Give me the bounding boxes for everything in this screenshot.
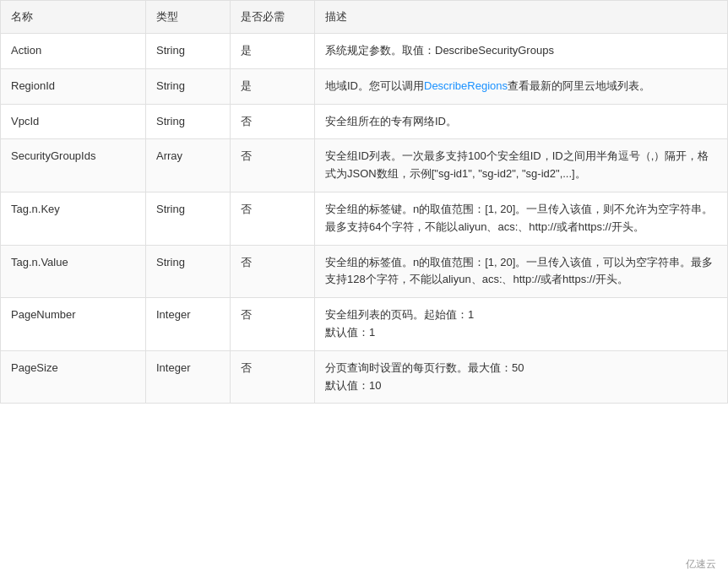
cell-required: 否	[231, 298, 315, 351]
table-row: ActionString是系统规定参数。取值：DescribeSecurityG…	[1, 34, 728, 69]
cell-desc: 分页查询时设置的每页行数。最大值：50默认值：10	[315, 350, 728, 404]
cell-required: 否	[231, 139, 315, 192]
cell-type: String	[146, 68, 231, 104]
cell-type: String	[146, 192, 231, 245]
cell-required: 否	[231, 192, 315, 245]
cell-name: PageNumber	[1, 298, 146, 351]
cell-name: Tag.n.Key	[1, 192, 146, 245]
header-required: 是否必需	[231, 1, 315, 34]
cell-desc: 地域ID。您可以调用DescribeRegions查看最新的阿里云地域列表。	[315, 68, 728, 104]
desc-text: 系统规定参数。取值：DescribeSecurityGroups	[325, 44, 554, 57]
cell-type: String	[146, 245, 231, 298]
cell-required: 否	[231, 104, 315, 139]
desc-text: 分页查询时设置的每页行数。最大值：50	[325, 361, 524, 374]
desc-text: 默认值：1	[325, 326, 375, 339]
cell-required: 否	[231, 245, 315, 298]
header-name: 名称	[1, 1, 146, 34]
table-row: VpcIdString否安全组所在的专有网络ID。	[1, 104, 728, 139]
table-row: PageSizeInteger否分页查询时设置的每页行数。最大值：50默认值：1…	[1, 350, 728, 404]
cell-required: 是	[231, 68, 315, 104]
desc-text: 安全组ID列表。一次最多支持100个安全组ID，ID之间用半角逗号（,）隔开，格…	[325, 149, 709, 180]
header-desc: 描述	[315, 1, 728, 34]
cell-type: Integer	[146, 298, 231, 351]
cell-type: Integer	[146, 350, 231, 404]
cell-required: 是	[231, 34, 315, 69]
cell-name: VpcId	[1, 104, 146, 139]
cell-desc: 安全组所在的专有网络ID。	[315, 104, 728, 139]
table-row: SecurityGroupIdsArray否安全组ID列表。一次最多支持100个…	[1, 139, 728, 192]
header-type: 类型	[146, 1, 231, 34]
cell-desc: 安全组ID列表。一次最多支持100个安全组ID，ID之间用半角逗号（,）隔开，格…	[315, 139, 728, 192]
table-header-row: 名称 类型 是否必需 描述	[1, 1, 728, 34]
table-row: Tag.n.ValueString否安全组的标签值。n的取值范围：[1, 20]…	[1, 245, 728, 298]
cell-required: 否	[231, 350, 315, 404]
table-row: RegionIdString是地域ID。您可以调用DescribeRegions…	[1, 68, 728, 104]
cell-name: RegionId	[1, 68, 146, 104]
desc-text: 安全组所在的专有网络ID。	[325, 115, 457, 127]
desc-text: 查看最新的阿里云地域列表。	[508, 79, 650, 92]
desc-text: 地域ID。您可以调用	[325, 79, 424, 92]
cell-desc: 安全组的标签值。n的取值范围：[1, 20]。一旦传入该值，可以为空字符串。最多…	[315, 245, 728, 298]
table-row: PageNumberInteger否安全组列表的页码。起始值：1默认值：1	[1, 298, 728, 351]
api-table: 名称 类型 是否必需 描述 ActionString是系统规定参数。取值：Des…	[0, 0, 728, 404]
desc-text: 安全组的标签值。n的取值范围：[1, 20]。一旦传入该值，可以为空字符串。最多…	[325, 256, 713, 286]
cell-name: SecurityGroupIds	[1, 139, 146, 192]
watermark: 亿速云	[686, 557, 716, 572]
desc-text: 安全组列表的页码。起始值：1	[325, 308, 474, 321]
cell-desc: 系统规定参数。取值：DescribeSecurityGroups	[315, 34, 728, 69]
page-container: 名称 类型 是否必需 描述 ActionString是系统规定参数。取值：Des…	[0, 0, 728, 580]
cell-name: Tag.n.Value	[1, 245, 146, 298]
cell-name: PageSize	[1, 350, 146, 404]
desc-text: 默认值：10	[325, 379, 381, 392]
desc-text: 安全组的标签键。n的取值范围：[1, 20]。一旦传入该值，则不允许为空字符串。…	[325, 203, 713, 233]
cell-type: String	[146, 34, 231, 69]
cell-type: Array	[146, 139, 231, 192]
table-row: Tag.n.KeyString否安全组的标签键。n的取值范围：[1, 20]。一…	[1, 192, 728, 245]
cell-type: String	[146, 104, 231, 139]
cell-desc: 安全组的标签键。n的取值范围：[1, 20]。一旦传入该值，则不允许为空字符串。…	[315, 192, 728, 245]
cell-desc: 安全组列表的页码。起始值：1默认值：1	[315, 298, 728, 351]
desc-link[interactable]: DescribeRegions	[424, 79, 508, 92]
cell-name: Action	[1, 34, 146, 69]
